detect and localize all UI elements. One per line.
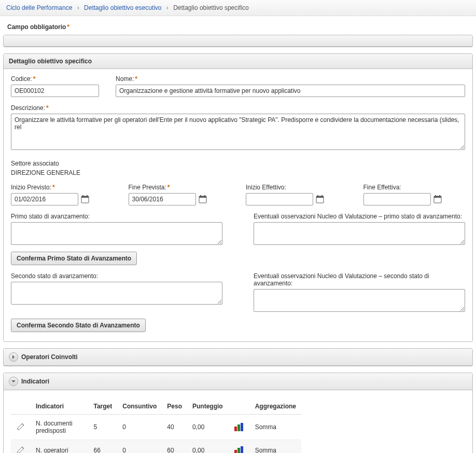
input-fine-effettiva[interactable] [363, 193, 431, 205]
svg-rect-2 [82, 195, 83, 197]
textarea-descrizione[interactable] [11, 114, 465, 150]
label-codice: Codice:* [11, 75, 104, 83]
textarea-secondo-stato[interactable] [11, 282, 222, 305]
chevron-right-icon [9, 352, 18, 362]
svg-rect-21 [241, 446, 243, 453]
label-fine-effettiva: Fine Effettiva: [363, 184, 466, 191]
breadcrumb-current: Dettaglio obiettivo specifico [173, 4, 248, 11]
label-oss-secondo: Eventuali osservazioni Nucleo di Valutaz… [254, 272, 465, 287]
cell-target: 5 [89, 415, 118, 440]
col-punteggio: Punteggio [187, 399, 228, 415]
section-title-indicatori: Indicatori [21, 378, 49, 385]
chevron-down-icon [9, 377, 18, 386]
svg-rect-6 [200, 195, 201, 197]
svg-rect-17 [237, 424, 240, 431]
input-inizio-effettivo[interactable] [246, 193, 313, 205]
indicatori-table: Indicatori Target Consuntivo Peso Punteg… [11, 399, 301, 453]
required-field-hint: Campo obbligatorio* [7, 23, 473, 31]
svg-rect-16 [234, 427, 237, 431]
section-title-operatori: Operatori Coinvolti [21, 353, 78, 361]
label-oss-primo: Eventuali osservazioni Nucleo di Valutaz… [254, 213, 465, 220]
cell-peso: 60 [162, 440, 187, 454]
button-conferma-primo[interactable]: Conferma Primo Stato di Avanzamento [11, 252, 137, 265]
pencil-icon[interactable] [16, 445, 25, 453]
label-secondo-stato: Secondo stato di avanzamento: [11, 272, 222, 280]
svg-rect-19 [234, 450, 237, 453]
calendar-icon[interactable] [198, 195, 207, 204]
breadcrumb-link-1[interactable]: Ciclo delle Performance [6, 4, 72, 11]
col-target: Target [89, 399, 118, 415]
label-inizio-previsto: Inizio Previsto:* [11, 184, 113, 191]
col-peso: Peso [162, 399, 187, 415]
label-descrizione: Descrizione:* [11, 104, 465, 112]
button-conferma-secondo[interactable]: Conferma Secondo Stato di Avanzamento [11, 319, 146, 332]
bar-chart-icon[interactable] [233, 446, 245, 453]
textarea-oss-primo[interactable] [254, 222, 465, 245]
chevron-right-icon: › [166, 4, 169, 11]
svg-rect-10 [317, 195, 318, 197]
svg-rect-15 [439, 195, 440, 197]
svg-rect-11 [321, 195, 323, 197]
textarea-primo-stato[interactable] [11, 222, 222, 245]
bar-chart-icon[interactable] [233, 422, 245, 432]
svg-rect-3 [87, 195, 88, 197]
input-codice[interactable] [11, 85, 99, 97]
cell-aggregazione: Somma [250, 440, 301, 454]
calendar-icon[interactable] [315, 195, 325, 204]
label-nome: Nome:* [116, 75, 465, 83]
section-header-detail: Dettaglio obiettivo specifico [4, 54, 472, 69]
chevron-right-icon: › [77, 4, 79, 11]
section-title-detail: Dettaglio obiettivo specifico [9, 58, 92, 65]
label-inizio-effettivo: Inizio Effettivo: [246, 184, 348, 191]
cell-consuntivo: 0 [117, 415, 162, 440]
section-header-blank [4, 35, 472, 47]
svg-rect-7 [204, 195, 205, 197]
table-row: N. operatori 66 0 60 0,00 Somma [11, 440, 301, 454]
calendar-icon[interactable] [433, 195, 442, 204]
label-settore: Settore associato [11, 160, 465, 167]
input-fine-prevista[interactable] [129, 193, 196, 205]
section-header-indicatori[interactable]: Indicatori [4, 373, 472, 390]
value-settore: DIREZIONE GENERALE [11, 169, 465, 176]
calendar-icon[interactable] [80, 195, 90, 204]
textarea-oss-secondo[interactable] [254, 289, 465, 312]
cell-consuntivo: 0 [117, 440, 162, 454]
label-fine-prevista: Fine Prevista:* [129, 184, 231, 191]
cell-target: 66 [89, 440, 118, 454]
cell-name: N. documenti predisposti [31, 415, 89, 440]
label-primo-stato: Primo stato di avanzamento: [11, 213, 222, 220]
col-aggregazione: Aggregazione [250, 399, 301, 415]
section-header-operatori[interactable]: Operatori Coinvolti [4, 349, 472, 366]
input-nome[interactable] [116, 85, 465, 97]
svg-rect-18 [241, 423, 243, 431]
cell-punteggio: 0,00 [187, 440, 228, 454]
breadcrumb: Ciclo delle Performance › Dettaglio obie… [0, 0, 476, 16]
svg-rect-14 [435, 195, 436, 197]
col-consuntivo: Consuntivo [117, 399, 162, 415]
cell-peso: 40 [162, 415, 187, 440]
cell-name: N. operatori [31, 440, 89, 454]
cell-aggregazione: Somma [250, 415, 301, 440]
breadcrumb-link-2[interactable]: Dettaglio obiettivo esecutivo [84, 4, 161, 11]
svg-rect-20 [237, 448, 240, 453]
col-indicatori: Indicatori [31, 399, 89, 415]
table-header-row: Indicatori Target Consuntivo Peso Punteg… [11, 399, 301, 415]
pencil-icon[interactable] [16, 422, 25, 431]
cell-punteggio: 0,00 [187, 415, 228, 440]
table-row: N. documenti predisposti 5 0 40 0,00 Som… [11, 415, 301, 440]
input-inizio-previsto[interactable] [11, 193, 78, 205]
